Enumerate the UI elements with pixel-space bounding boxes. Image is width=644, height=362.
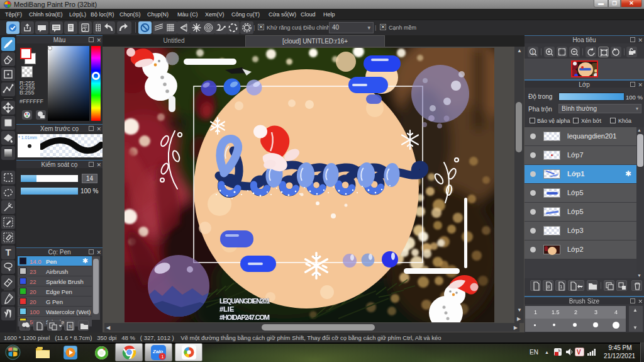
svg-text:#HOIDAP247.COM: #HOIDAP247.COM (219, 314, 270, 321)
svg-text:LEQUANGDIEN201: LEQUANGDIEN201 (219, 297, 270, 305)
svg-text:8: 8 (547, 284, 550, 290)
svg-text:S: S (69, 324, 72, 329)
svg-text:1: 1 (161, 354, 164, 359)
svg-text:V: V (577, 349, 581, 356)
svg-text:1: 1 (560, 284, 563, 290)
svg-text:1: 1 (531, 50, 534, 54)
svg-text:#LIE: #LIE (219, 305, 234, 313)
